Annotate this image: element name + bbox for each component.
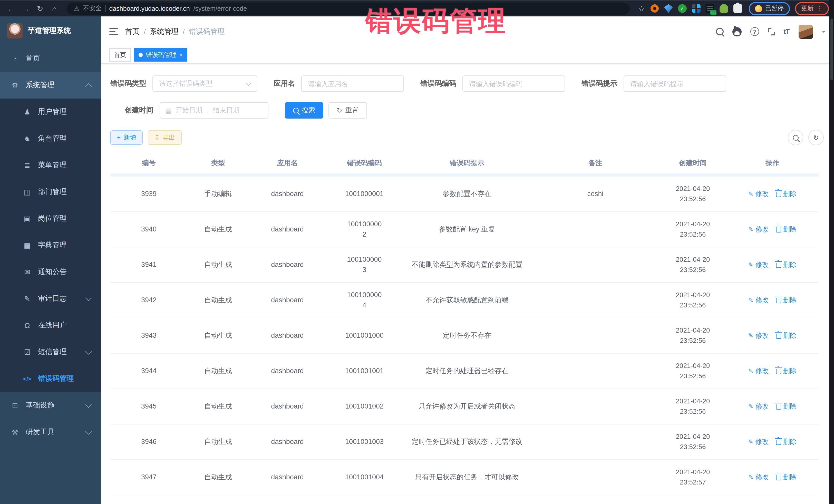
browser-update-button[interactable]: 更新 ⋮ xyxy=(795,2,829,15)
edit-link[interactable]: ✎修改 xyxy=(748,295,769,305)
table-row[interactable]: 3947 自动生成 dashboard 1001001004 只有开启状态的任务… xyxy=(110,460,819,495)
edit-link[interactable]: ✎修改 xyxy=(748,366,769,376)
table-row[interactable]: 3944 自动生成 dashboard 1001001001 定时任务的处理器已… xyxy=(110,354,819,389)
edit-link[interactable]: ✎修改 xyxy=(748,260,769,270)
cell-id: 3947 xyxy=(110,465,187,490)
view-tab-active[interactable]: 错误码管理× xyxy=(134,48,188,62)
error-code-table: 编号类型应用名错误码编码错误码提示备注创建时间操作 3939 手动编辑 dash… xyxy=(110,153,819,504)
sidebar-item-dept[interactable]: ◫部门管理 xyxy=(0,179,101,205)
reload-icon[interactable]: ↻ xyxy=(34,4,46,13)
ext-orange-ring-icon[interactable] xyxy=(650,4,659,13)
cell-time: 2021-04-20 23:52:57 xyxy=(659,495,726,504)
delete-link[interactable]: 删除 xyxy=(776,224,796,235)
error-type-select[interactable]: 请选择错误码类型 xyxy=(152,75,257,92)
edit-link[interactable]: ✎修改 xyxy=(748,472,769,482)
pencil-icon: ✎ xyxy=(748,330,753,341)
table-row[interactable]: 3940 自动生成 dashboard 100100000 2 参数配置 key… xyxy=(110,212,819,247)
sidebar-item-post[interactable]: ▣岗位管理 xyxy=(0,205,101,232)
sidebar-item-menu[interactable]: ≣菜单管理 xyxy=(0,152,101,179)
hamburger-icon[interactable] xyxy=(109,28,118,35)
date-range-picker[interactable]: ▦ 开始日期 - 结束日期 xyxy=(160,102,268,118)
user-avatar[interactable] xyxy=(798,24,813,39)
sms-icon: ☑ xyxy=(23,348,32,356)
cell-time: 2021-04-20 23:52:56 xyxy=(659,389,726,424)
breadcrumb-item[interactable]: 首页 xyxy=(125,27,139,36)
address-bar[interactable]: ⚠ 不安全 dashboard.yudao.iocoder.cn/system/… xyxy=(67,2,630,15)
help-icon[interactable]: ? xyxy=(750,27,759,36)
cell-app: dashboard xyxy=(249,288,326,312)
forward-icon[interactable]: → xyxy=(20,4,32,13)
sidebar-item-error-code[interactable]: </>错误码管理 xyxy=(0,366,101,392)
delete-link[interactable]: 删除 xyxy=(776,260,796,270)
table-header-row: 编号类型应用名错误码编码错误码提示备注创建时间操作 xyxy=(110,153,819,174)
bookmark-star-icon[interactable]: ☆ xyxy=(638,4,644,13)
app-name-input[interactable] xyxy=(301,75,404,92)
table-row[interactable]: 3943 自动生成 dashboard 1001001000 定时任务不存在 2… xyxy=(110,318,819,354)
search-icon[interactable] xyxy=(716,28,723,36)
delete-link[interactable]: 删除 xyxy=(776,189,796,199)
back-icon[interactable]: ← xyxy=(5,4,18,13)
error-code-input[interactable] xyxy=(462,75,565,92)
edit-link[interactable]: ✎修改 xyxy=(748,224,769,235)
extensions-puzzle-icon[interactable] xyxy=(733,4,742,13)
close-icon[interactable]: × xyxy=(180,52,183,58)
ext-blue-gem-icon[interactable] xyxy=(664,4,673,13)
show-search-toggle-button[interactable] xyxy=(788,130,803,145)
edit-link[interactable]: ✎修改 xyxy=(748,401,769,412)
sidebar-item-online-user[interactable]: Ω在线用户 xyxy=(0,312,101,339)
scrollbar-thumb[interactable] xyxy=(830,19,833,80)
error-hint-label: 错误码提示 xyxy=(581,79,617,88)
code-icon: </> xyxy=(23,376,32,382)
edit-link[interactable]: ✎修改 xyxy=(748,437,769,447)
sidebar-item-home[interactable]: ◔首页 xyxy=(0,45,101,72)
delete-link[interactable]: 删除 xyxy=(776,366,796,376)
refresh-table-button[interactable]: ↻ xyxy=(808,130,824,145)
table-row[interactable]: 3946 自动生成 dashboard 1001001003 定时任务已经处于该… xyxy=(110,424,819,460)
extension-paused-badge[interactable]: 已暂停 xyxy=(749,2,790,15)
reset-button[interactable]: ↻ 重置 xyxy=(328,102,367,118)
table-row[interactable]: 3941 自动生成 dashboard 100100000 3 不能删除类型为系… xyxy=(110,247,819,283)
sidebar-item-label: 短信管理 xyxy=(38,348,67,357)
app-logo[interactable]: 芋道管理系统 xyxy=(0,17,101,45)
ext-grid-icon[interactable] xyxy=(692,4,701,13)
trash-icon xyxy=(776,404,781,410)
table-row[interactable]: 3948 自动生成 dashboard 1001001005 CRON 表达式不… xyxy=(110,495,819,504)
font-size-icon[interactable]: tT xyxy=(784,28,790,36)
sidebar-item-sms[interactable]: ☑短信管理 xyxy=(0,339,101,366)
sidebar-item-infra[interactable]: ⊡基础设施 xyxy=(0,392,101,419)
sidebar-item-label: 部门管理 xyxy=(38,187,67,197)
delete-link[interactable]: 删除 xyxy=(776,472,796,482)
export-button[interactable]: ↧ 导出 xyxy=(148,130,182,145)
ext-green-key-icon[interactable] xyxy=(720,4,728,13)
kebab-menu-icon[interactable]: ⋮ xyxy=(816,5,823,12)
github-icon[interactable] xyxy=(732,27,741,36)
fullscreen-icon[interactable] xyxy=(768,28,775,35)
window-scrollbar[interactable] xyxy=(829,0,834,504)
ext-dark-list-icon[interactable]: on xyxy=(706,4,715,13)
sidebar-item-dict[interactable]: ▤字典管理 xyxy=(0,232,101,259)
delete-link[interactable]: 删除 xyxy=(776,330,796,341)
avatar-dropdown-caret-icon[interactable] xyxy=(822,30,826,35)
view-tab-inactive[interactable]: 首页 xyxy=(109,48,131,62)
sidebar-item-role[interactable]: ♞角色管理 xyxy=(0,125,101,152)
sidebar-item-audit-log[interactable]: ✎审计日志 xyxy=(0,285,101,312)
delete-link[interactable]: 删除 xyxy=(776,401,796,412)
table-row[interactable]: 3942 自动生成 dashboard 100100000 4 不允许获取敏感配… xyxy=(110,283,819,318)
delete-link[interactable]: 删除 xyxy=(776,437,796,447)
search-button[interactable]: 搜索 xyxy=(285,102,323,118)
edit-link[interactable]: ✎修改 xyxy=(748,330,769,341)
table-toolbar: + 新增 ↧ 导出 ↻ xyxy=(110,130,824,145)
sidebar-item-user[interactable]: ♟用户管理 xyxy=(0,98,101,125)
home-icon[interactable]: ⌂ xyxy=(48,4,61,13)
sidebar-item-dev-tools[interactable]: ⚒研发工具 xyxy=(0,419,101,445)
ext-green-check-icon[interactable]: ✓ xyxy=(678,4,687,13)
delete-link[interactable]: 删除 xyxy=(776,295,796,305)
breadcrumb-item[interactable]: 系统管理 xyxy=(150,27,179,36)
error-hint-input[interactable] xyxy=(623,75,726,92)
sidebar-item-notice[interactable]: ✉通知公告 xyxy=(0,259,101,285)
edit-link[interactable]: ✎修改 xyxy=(748,189,769,199)
table-row[interactable]: 3945 自动生成 dashboard 1001001002 只允许修改为开启或… xyxy=(110,389,819,424)
table-row[interactable]: 3939 手动编辑 dashboard 1001000001 参数配置不存在 c… xyxy=(110,177,819,212)
add-button[interactable]: + 新增 xyxy=(110,130,143,145)
sidebar-item-system[interactable]: ⚙系统管理 xyxy=(0,72,101,98)
